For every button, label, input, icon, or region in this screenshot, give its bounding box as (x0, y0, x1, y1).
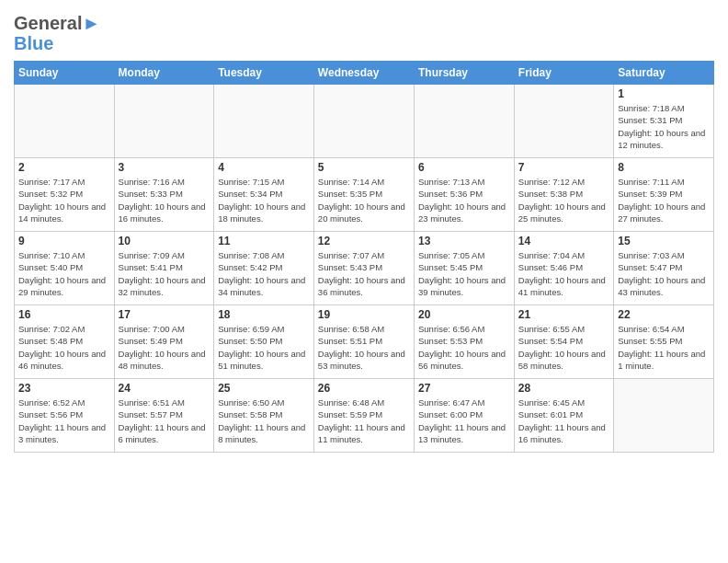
logo-text: General► Blue (14, 13, 100, 53)
calendar-cell: 22Sunrise: 6:54 AM Sunset: 5:55 PM Dayli… (614, 305, 714, 379)
day-info: Sunrise: 6:50 AM Sunset: 5:58 PM Dayligh… (218, 396, 310, 445)
calendar-cell: 4Sunrise: 7:15 AM Sunset: 5:34 PM Daylig… (214, 158, 314, 232)
calendar-cell: 28Sunrise: 6:45 AM Sunset: 6:01 PM Dayli… (514, 379, 613, 453)
calendar-cell: 6Sunrise: 7:13 AM Sunset: 5:36 PM Daylig… (414, 158, 514, 232)
calendar-cell: 1Sunrise: 7:18 AM Sunset: 5:31 PM Daylig… (614, 85, 714, 158)
calendar-cell: 17Sunrise: 7:00 AM Sunset: 5:49 PM Dayli… (114, 305, 214, 379)
calendar-cell: 14Sunrise: 7:04 AM Sunset: 5:46 PM Dayli… (514, 232, 613, 305)
calendar-weekday-wednesday: Wednesday (313, 62, 414, 85)
day-number: 7 (518, 161, 609, 174)
day-number: 25 (218, 382, 310, 395)
calendar-cell: 21Sunrise: 6:55 AM Sunset: 5:54 PM Dayli… (514, 305, 613, 379)
day-info: Sunrise: 7:12 AM Sunset: 5:38 PM Dayligh… (518, 176, 609, 224)
calendar-cell: 11Sunrise: 7:08 AM Sunset: 5:42 PM Dayli… (214, 232, 314, 305)
day-info: Sunrise: 7:17 AM Sunset: 5:32 PM Dayligh… (18, 176, 110, 224)
day-info: Sunrise: 6:54 AM Sunset: 5:55 PM Dayligh… (618, 323, 710, 372)
calendar-cell: 23Sunrise: 6:52 AM Sunset: 5:56 PM Dayli… (15, 379, 115, 453)
day-info: Sunrise: 7:09 AM Sunset: 5:41 PM Dayligh… (119, 249, 210, 298)
calendar-cell (114, 85, 214, 158)
day-number: 8 (618, 161, 710, 174)
day-number: 24 (119, 382, 210, 395)
day-number: 10 (119, 235, 210, 247)
day-info: Sunrise: 7:11 AM Sunset: 5:39 PM Dayligh… (618, 176, 710, 224)
day-number: 13 (418, 235, 510, 247)
calendar-cell (614, 379, 714, 453)
calendar-cell (414, 85, 514, 158)
calendar-cell: 3Sunrise: 7:16 AM Sunset: 5:33 PM Daylig… (114, 158, 214, 232)
day-info: Sunrise: 7:18 AM Sunset: 5:31 PM Dayligh… (618, 102, 710, 151)
day-number: 21 (518, 308, 609, 321)
calendar-cell: 19Sunrise: 6:58 AM Sunset: 5:51 PM Dayli… (313, 305, 414, 379)
calendar-cell: 16Sunrise: 7:02 AM Sunset: 5:48 PM Dayli… (15, 305, 115, 379)
calendar-cell: 10Sunrise: 7:09 AM Sunset: 5:41 PM Dayli… (114, 232, 214, 305)
calendar-week-row: 23Sunrise: 6:52 AM Sunset: 5:56 PM Dayli… (15, 379, 714, 453)
day-info: Sunrise: 7:05 AM Sunset: 5:45 PM Dayligh… (418, 249, 510, 298)
day-info: Sunrise: 7:04 AM Sunset: 5:46 PM Dayligh… (518, 249, 609, 298)
calendar-cell: 7Sunrise: 7:12 AM Sunset: 5:38 PM Daylig… (514, 158, 613, 232)
day-number: 2 (18, 161, 110, 174)
calendar-cell: 2Sunrise: 7:17 AM Sunset: 5:32 PM Daylig… (15, 158, 115, 232)
calendar-table: SundayMondayTuesdayWednesdayThursdayFrid… (14, 61, 714, 453)
day-number: 9 (18, 235, 110, 247)
day-info: Sunrise: 7:03 AM Sunset: 5:47 PM Dayligh… (618, 249, 710, 298)
main-container: General► Blue SundayMondayTuesdayWednesd… (0, 0, 728, 457)
calendar-weekday-thursday: Thursday (414, 62, 514, 85)
day-number: 5 (318, 161, 410, 174)
day-info: Sunrise: 6:48 AM Sunset: 5:59 PM Dayligh… (318, 396, 410, 445)
day-number: 16 (18, 308, 110, 321)
day-number: 19 (318, 308, 410, 321)
day-number: 22 (618, 308, 710, 321)
calendar-week-row: 16Sunrise: 7:02 AM Sunset: 5:48 PM Dayli… (15, 305, 714, 379)
day-info: Sunrise: 7:15 AM Sunset: 5:34 PM Dayligh… (218, 176, 310, 224)
calendar-week-row: 2Sunrise: 7:17 AM Sunset: 5:32 PM Daylig… (15, 158, 714, 232)
day-info: Sunrise: 7:13 AM Sunset: 5:36 PM Dayligh… (418, 176, 510, 224)
logo: General► Blue (14, 13, 100, 53)
day-info: Sunrise: 6:52 AM Sunset: 5:56 PM Dayligh… (18, 396, 110, 445)
day-info: Sunrise: 6:47 AM Sunset: 6:00 PM Dayligh… (418, 396, 510, 445)
calendar-cell: 20Sunrise: 6:56 AM Sunset: 5:53 PM Dayli… (414, 305, 514, 379)
calendar-cell: 12Sunrise: 7:07 AM Sunset: 5:43 PM Dayli… (313, 232, 414, 305)
calendar-cell: 25Sunrise: 6:50 AM Sunset: 5:58 PM Dayli… (214, 379, 314, 453)
calendar-cell: 15Sunrise: 7:03 AM Sunset: 5:47 PM Dayli… (614, 232, 714, 305)
day-info: Sunrise: 7:02 AM Sunset: 5:48 PM Dayligh… (18, 323, 110, 372)
day-number: 11 (218, 235, 310, 247)
calendar-cell (313, 85, 414, 158)
day-number: 1 (618, 87, 710, 100)
calendar-weekday-monday: Monday (114, 62, 214, 85)
calendar-weekday-friday: Friday (514, 62, 613, 85)
day-info: Sunrise: 6:55 AM Sunset: 5:54 PM Dayligh… (518, 323, 609, 372)
day-info: Sunrise: 7:08 AM Sunset: 5:42 PM Dayligh… (218, 249, 310, 298)
day-info: Sunrise: 6:58 AM Sunset: 5:51 PM Dayligh… (318, 323, 410, 372)
calendar-cell: 26Sunrise: 6:48 AM Sunset: 5:59 PM Dayli… (313, 379, 414, 453)
day-info: Sunrise: 7:16 AM Sunset: 5:33 PM Dayligh… (119, 176, 210, 224)
day-number: 18 (218, 308, 310, 321)
day-number: 6 (418, 161, 510, 174)
calendar-weekday-sunday: Sunday (15, 62, 115, 85)
calendar-week-row: 9Sunrise: 7:10 AM Sunset: 5:40 PM Daylig… (15, 232, 714, 305)
day-info: Sunrise: 6:45 AM Sunset: 6:01 PM Dayligh… (518, 396, 609, 445)
calendar-cell: 18Sunrise: 6:59 AM Sunset: 5:50 PM Dayli… (214, 305, 314, 379)
day-number: 3 (119, 161, 210, 174)
day-info: Sunrise: 7:07 AM Sunset: 5:43 PM Dayligh… (318, 249, 410, 298)
page-header: General► Blue (14, 9, 714, 53)
day-number: 23 (18, 382, 110, 395)
day-number: 26 (318, 382, 410, 395)
day-info: Sunrise: 7:14 AM Sunset: 5:35 PM Dayligh… (318, 176, 410, 224)
calendar-cell (214, 85, 314, 158)
calendar-weekday-tuesday: Tuesday (214, 62, 314, 85)
calendar-cell (15, 85, 115, 158)
calendar-cell: 24Sunrise: 6:51 AM Sunset: 5:57 PM Dayli… (114, 379, 214, 453)
day-info: Sunrise: 7:10 AM Sunset: 5:40 PM Dayligh… (18, 249, 110, 298)
calendar-cell: 9Sunrise: 7:10 AM Sunset: 5:40 PM Daylig… (15, 232, 115, 305)
day-info: Sunrise: 6:56 AM Sunset: 5:53 PM Dayligh… (418, 323, 510, 372)
day-number: 28 (518, 382, 609, 395)
day-info: Sunrise: 7:00 AM Sunset: 5:49 PM Dayligh… (119, 323, 210, 372)
day-number: 20 (418, 308, 510, 321)
calendar-cell: 5Sunrise: 7:14 AM Sunset: 5:35 PM Daylig… (313, 158, 414, 232)
calendar-cell: 8Sunrise: 7:11 AM Sunset: 5:39 PM Daylig… (614, 158, 714, 232)
calendar-cell (514, 85, 613, 158)
day-number: 15 (618, 235, 710, 247)
calendar-cell: 27Sunrise: 6:47 AM Sunset: 6:00 PM Dayli… (414, 379, 514, 453)
calendar-cell: 13Sunrise: 7:05 AM Sunset: 5:45 PM Dayli… (414, 232, 514, 305)
day-number: 17 (119, 308, 210, 321)
